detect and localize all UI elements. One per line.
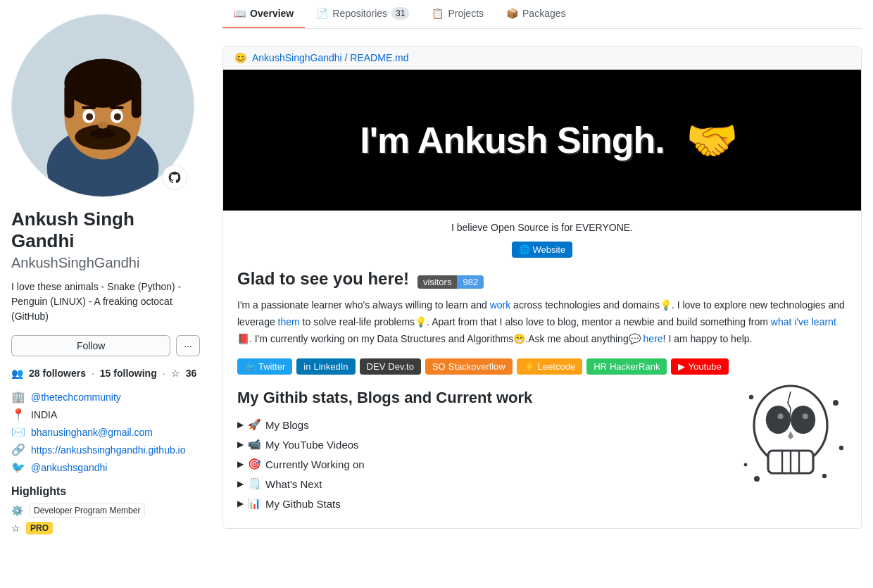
star-icon: ☆	[171, 368, 180, 379]
hackerrank-icon: HR	[593, 361, 607, 372]
repo-icon: 📄	[316, 8, 328, 19]
svg-point-21	[754, 476, 760, 482]
leetcode-icon: ⚡	[524, 361, 535, 372]
blogs-label[interactable]: My Blogs	[265, 419, 309, 431]
tab-overview[interactable]: 📖 Overview	[222, 0, 305, 28]
action-buttons: Follow ···	[11, 335, 200, 356]
twitter-social-button[interactable]: 🐦 Twitter	[237, 358, 292, 375]
banner-text: I'm Ankush Singh.	[346, 119, 679, 161]
svg-point-14	[98, 122, 108, 129]
visitors-count: 982	[457, 275, 484, 289]
pro-badge-item: ☆ PRO	[11, 522, 200, 534]
org-link[interactable]: @thetechcommunity	[31, 392, 121, 403]
svg-point-30	[803, 414, 808, 420]
tab-repositories[interactable]: 📄 Repositories 31	[305, 0, 420, 28]
sidebar: Ankush Singh Gandhi AnkushSinghGandhi I …	[0, 0, 211, 553]
dev-program-item: ⚙️ Developer Program Member	[11, 503, 200, 518]
location-item: 📍 INDIA	[11, 408, 200, 421]
globe-icon: 🌐	[519, 244, 530, 255]
twitter-link[interactable]: @ankushsgandhi	[31, 462, 107, 473]
email-icon: ✉️	[11, 425, 25, 439]
visitors-section: Glad to see you here! visitors 982	[237, 269, 847, 289]
star-pro-icon: ☆	[11, 523, 20, 534]
follow-button[interactable]: Follow	[11, 335, 170, 356]
website-btn-wrapper: 🌐 Website	[237, 242, 847, 258]
username: AnkushSinghGandhi	[11, 255, 200, 271]
next-label[interactable]: What's Next	[265, 478, 322, 490]
svg-rect-13	[110, 106, 124, 109]
youtube-label: Youtube	[688, 361, 721, 372]
highlights-title: Highlights	[11, 485, 200, 498]
dev-member-badge: Developer Program Member	[29, 503, 145, 518]
devto-social-button[interactable]: DEV Dev.to	[360, 358, 421, 375]
svg-point-15	[90, 129, 115, 139]
linkedin-icon: in	[303, 361, 310, 372]
skull-decoration	[734, 375, 847, 489]
blogs-icon: 🚀	[248, 418, 261, 431]
arrow-icon-blogs: ▶	[237, 420, 244, 430]
linkedin-label: LinkedIn	[313, 361, 348, 372]
email-item: ✉️ bhanusinghank@gmail.com	[11, 425, 200, 439]
leetcode-label: Leetcode	[538, 361, 576, 372]
followers-row: 👥 28 followers · 15 following · ☆ 36	[11, 368, 200, 379]
developer-program-label: Developer Program Member	[34, 506, 140, 515]
open-source-text: I believe Open Source is for EVERYONE.	[237, 222, 847, 233]
them-link[interactable]: them	[278, 316, 300, 327]
youtube-label-item[interactable]: My YouTube Videos	[265, 439, 359, 451]
here-link[interactable]: here	[643, 333, 663, 344]
leetcode-social-button[interactable]: ⚡ Leetcode	[517, 358, 583, 375]
work-link[interactable]: work	[490, 299, 511, 311]
svg-point-4	[64, 59, 141, 108]
stats-section: My Githib stats, Blogs and Current work	[237, 389, 847, 510]
full-name: Ankush Singh Gandhi	[11, 208, 200, 252]
avatar-wrapper	[11, 14, 194, 197]
arrow-icon-stats: ▶	[237, 499, 244, 508]
github-badge	[162, 165, 187, 190]
svg-point-18	[822, 474, 827, 478]
visitors-badge: visitors 982	[417, 275, 484, 289]
readme-inner: I believe Open Source is for EVERYONE. 🌐…	[223, 211, 861, 528]
repo-count: 31	[391, 7, 409, 20]
wave-icon: 🤝	[686, 115, 739, 165]
twitter-social-icon: 🐦	[244, 361, 256, 372]
website-item: 🔗 https://ankushsinghgandhi.github.io	[11, 443, 200, 456]
tab-packages[interactable]: 📦 Packages	[495, 0, 577, 28]
glad-text: Glad to see you here!	[237, 269, 409, 288]
readme-path-link[interactable]: AnkushSinghGandhi / README.md	[252, 52, 409, 63]
tab-projects[interactable]: 📋 Projects	[420, 0, 495, 28]
readme-body: I'm Ankush Singh. 🤝 I believe Open Sourc…	[223, 70, 861, 528]
arrow-icon-youtube: ▶	[237, 439, 244, 449]
svg-rect-12	[82, 106, 96, 109]
github-stats-label[interactable]: My Github Stats	[265, 498, 341, 510]
svg-point-11	[114, 113, 121, 120]
stackoverflow-social-button[interactable]: SO Stackoverflow	[425, 358, 513, 375]
next-icon: 🗒️	[248, 477, 261, 490]
working-icon: 🎯	[248, 458, 261, 470]
linkedin-social-button[interactable]: in LinkedIn	[296, 358, 355, 375]
working-label[interactable]: Currently Working on	[265, 458, 365, 470]
social-links: 🐦 Twitter in LinkedIn DEV Dev.to SO	[237, 358, 847, 375]
people-icon: 👥	[11, 368, 23, 379]
readme-card: 😊 AnkushSinghGandhi / README.md I'm Anku…	[222, 46, 862, 529]
package-icon: 📦	[506, 8, 518, 19]
main-content: 📖 Overview 📄 Repositories 31 📋 Projects …	[211, 0, 873, 553]
followers-link[interactable]: 28 followers	[29, 368, 86, 379]
stars-count: 36	[186, 368, 197, 379]
collapse-github-stats: ▶ 📊 My Github Stats	[237, 497, 847, 510]
email-link[interactable]: bhanusinghank@gmail.com	[31, 427, 153, 438]
visitors-label: visitors	[417, 275, 457, 289]
bio: I love these animals - Snake (Python) - …	[11, 280, 200, 324]
website-button[interactable]: 🌐 Website	[512, 242, 572, 258]
twitter-social-label: Twitter	[258, 361, 285, 372]
stackoverflow-icon: SO	[432, 361, 446, 372]
github-stats-icon: 📊	[248, 497, 261, 510]
hackerrank-label: HackerRank	[610, 361, 660, 372]
readme-banner: I'm Ankush Singh. 🤝	[223, 70, 861, 211]
what-link[interactable]: what i've learnt	[771, 316, 836, 327]
devto-label: Dev.to	[388, 361, 414, 372]
following-link[interactable]: 15 following	[100, 368, 157, 379]
youtube-social-button[interactable]: ▶ Youtube	[671, 358, 728, 375]
hackerrank-social-button[interactable]: HR HackerRank	[586, 358, 667, 375]
more-button[interactable]: ···	[176, 335, 200, 356]
website-link[interactable]: https://ankushsinghgandhi.github.io	[31, 444, 186, 456]
